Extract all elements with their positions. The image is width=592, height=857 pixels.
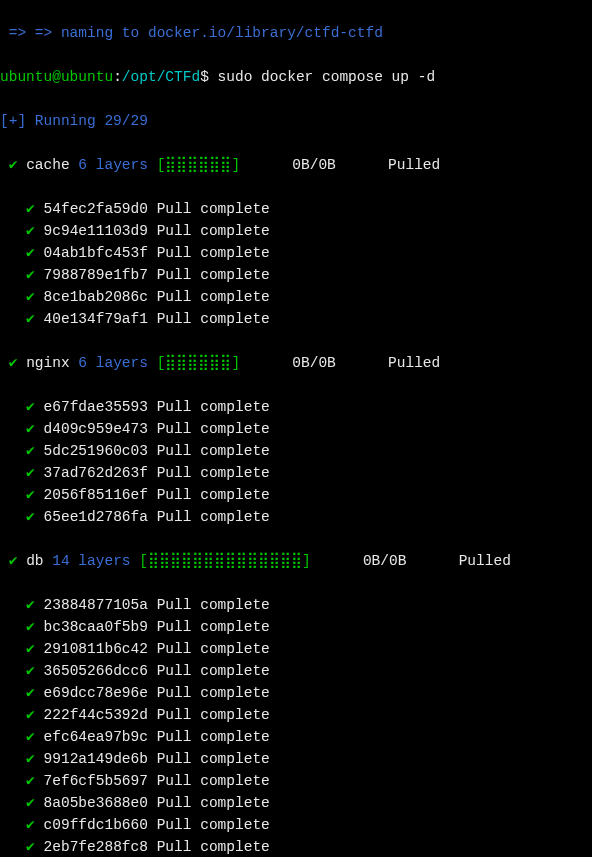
check-icon: ✔: [9, 355, 18, 371]
layer-row: ✔ 36505266dcc6 Pull complete: [0, 660, 592, 682]
check-icon: ✔: [26, 773, 35, 789]
layer-id: 40e134f79af1: [44, 311, 148, 327]
layer-status: Pull complete: [157, 751, 270, 767]
running-line-1: [+] Running 29/29: [0, 110, 592, 132]
check-icon: ✔: [26, 597, 35, 613]
layer-id: e67fdae35593: [44, 399, 148, 415]
layer-id: 222f44c5392d: [44, 707, 148, 723]
prompt-at: @: [52, 69, 61, 85]
layer-status: Pull complete: [157, 729, 270, 745]
layer-id: 9c94e11103d9: [44, 223, 148, 239]
prompt-dollar: $: [200, 69, 217, 85]
layer-row: ✔ 8ce1bab2086c Pull complete: [0, 286, 592, 308]
layer-status: Pull complete: [157, 641, 270, 657]
check-icon: ✔: [26, 729, 35, 745]
layer-status: Pull complete: [157, 311, 270, 327]
layer-row: ✔ 222f44c5392d Pull complete: [0, 704, 592, 726]
check-icon: ✔: [9, 553, 18, 569]
layer-status: Pull complete: [157, 201, 270, 217]
layer-id: 23884877105a: [44, 597, 148, 613]
layer-status: Pull complete: [157, 839, 270, 855]
layer-id: d409c959e473: [44, 421, 148, 437]
layer-id: 04ab1bfc453f: [44, 245, 148, 261]
svc-layers: 14 layers: [52, 553, 130, 569]
check-icon: ✔: [26, 663, 35, 679]
layer-id: 2910811b6c42: [44, 641, 148, 657]
check-icon: ✔: [26, 465, 35, 481]
svc-status: Pulled: [388, 157, 440, 173]
layer-row: ✔ 2910811b6c42 Pull complete: [0, 638, 592, 660]
layer-id: efc64ea97b9c: [44, 729, 148, 745]
svc-layers: 6 layers: [78, 157, 148, 173]
prompt-colon: :: [113, 69, 122, 85]
check-icon: ✔: [26, 795, 35, 811]
layer-row: ✔ 04ab1bfc453f Pull complete: [0, 242, 592, 264]
naming-text: => => naming to docker.io/library/ctfd-c…: [0, 25, 383, 41]
check-icon: ✔: [26, 311, 35, 327]
layer-row: ✔ 65ee1d2786fa Pull complete: [0, 506, 592, 528]
layer-row: ✔ e69dcc78e96e Pull complete: [0, 682, 592, 704]
terminal[interactable]: => => naming to docker.io/library/ctfd-c…: [0, 0, 592, 857]
layer-row: ✔ efc64ea97b9c Pull complete: [0, 726, 592, 748]
db-layers: ✔ 23884877105a Pull complete ✔ bc38caa0f…: [0, 594, 592, 857]
layer-status: Pull complete: [157, 443, 270, 459]
layer-status: Pull complete: [157, 509, 270, 525]
check-icon: ✔: [26, 641, 35, 657]
service-db-row: ✔ db 14 layers [⣿⣿⣿⣿⣿⣿⣿⣿⣿⣿⣿⣿⣿⣿] 0B/0B Pu…: [0, 550, 592, 572]
nginx-layers: ✔ e67fdae35593 Pull complete ✔ d409c959e…: [0, 396, 592, 528]
layer-row: ✔ 5dc251960c03 Pull complete: [0, 440, 592, 462]
svc-bar: [⣿⣿⣿⣿⣿⣿⣿⣿⣿⣿⣿⣿⣿⣿]: [139, 553, 310, 569]
layer-id: 54fec2fa59d0: [44, 201, 148, 217]
check-icon: ✔: [26, 509, 35, 525]
check-icon: ✔: [26, 751, 35, 767]
layer-row: ✔ 2eb7fe288fc8 Pull complete: [0, 836, 592, 857]
prompt-line[interactable]: ubuntu@ubuntu:/opt/CTFd$ sudo docker com…: [0, 66, 592, 88]
cache-layers: ✔ 54fec2fa59d0 Pull complete ✔ 9c94e1110…: [0, 198, 592, 330]
service-cache-row: ✔ cache 6 layers [⣿⣿⣿⣿⣿⣿] 0B/0B Pulled: [0, 154, 592, 176]
layer-id: 9912a149de6b: [44, 751, 148, 767]
svc-status: Pulled: [388, 355, 440, 371]
check-icon: ✔: [26, 817, 35, 833]
layer-id: 7ef6cf5b5697: [44, 773, 148, 789]
layer-row: ✔ 8a05be3688e0 Pull complete: [0, 792, 592, 814]
check-icon: ✔: [26, 619, 35, 635]
svc-name: nginx: [26, 355, 70, 371]
layer-status: Pull complete: [157, 817, 270, 833]
layer-status: Pull complete: [157, 245, 270, 261]
svc-bytes: 0B/0B: [363, 553, 407, 569]
layer-row: ✔ 2056f85116ef Pull complete: [0, 484, 592, 506]
check-icon: ✔: [26, 839, 35, 855]
layer-row: ✔ 54fec2fa59d0 Pull complete: [0, 198, 592, 220]
layer-status: Pull complete: [157, 487, 270, 503]
layer-id: 37ad762d263f: [44, 465, 148, 481]
layer-row: ✔ 9c94e11103d9 Pull complete: [0, 220, 592, 242]
layer-id: 5dc251960c03: [44, 443, 148, 459]
layer-status: Pull complete: [157, 399, 270, 415]
layer-row: ✔ 9912a149de6b Pull complete: [0, 748, 592, 770]
layer-row: ✔ 37ad762d263f Pull complete: [0, 462, 592, 484]
check-icon: ✔: [26, 443, 35, 459]
layer-id: 2eb7fe288fc8: [44, 839, 148, 855]
layer-status: Pull complete: [157, 795, 270, 811]
check-icon: ✔: [26, 487, 35, 503]
check-icon: ✔: [26, 223, 35, 239]
layer-id: 8a05be3688e0: [44, 795, 148, 811]
layer-row: ✔ 7ef6cf5b5697 Pull complete: [0, 770, 592, 792]
svc-bar: [⣿⣿⣿⣿⣿⣿]: [157, 157, 240, 173]
layer-id: 2056f85116ef: [44, 487, 148, 503]
layer-id: e69dcc78e96e: [44, 685, 148, 701]
command-text: sudo docker compose up -d: [218, 69, 436, 85]
check-icon: ✔: [26, 201, 35, 217]
service-nginx-row: ✔ nginx 6 layers [⣿⣿⣿⣿⣿⣿] 0B/0B Pulled: [0, 352, 592, 374]
layer-row: ✔ d409c959e473 Pull complete: [0, 418, 592, 440]
svc-name: db: [26, 553, 43, 569]
layer-row: ✔ 7988789e1fb7 Pull complete: [0, 264, 592, 286]
check-icon: ✔: [26, 399, 35, 415]
check-icon: ✔: [26, 707, 35, 723]
layer-id: 7988789e1fb7: [44, 267, 148, 283]
layer-status: Pull complete: [157, 267, 270, 283]
layer-id: c09ffdc1b660: [44, 817, 148, 833]
layer-status: Pull complete: [157, 421, 270, 437]
layer-row: ✔ 40e134f79af1 Pull complete: [0, 308, 592, 330]
layer-status: Pull complete: [157, 663, 270, 679]
